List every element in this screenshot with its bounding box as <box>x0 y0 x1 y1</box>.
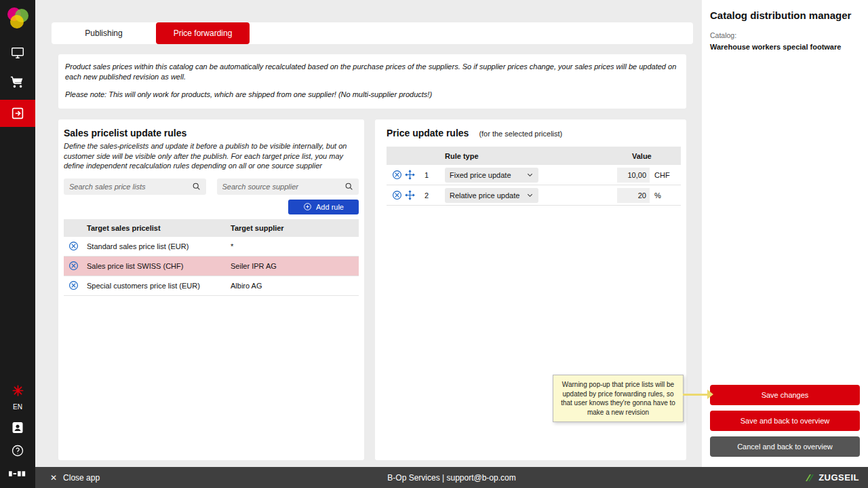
apps-icon[interactable] <box>0 462 35 485</box>
rules-panel-subtitle: (for the selected pricelist) <box>479 130 562 138</box>
tab-price-forwarding[interactable]: Price forwarding <box>156 22 250 44</box>
cart-icon[interactable] <box>0 70 35 93</box>
context-panel: Catalog distribution manager Catalog: Wa… <box>702 0 868 467</box>
rules-table: Rule type Value <box>387 147 681 206</box>
pricelist-name: Standard sales price list (EUR) <box>83 242 226 250</box>
help-icon[interactable] <box>0 439 35 462</box>
brand-name: ZUGSEIL <box>818 472 859 483</box>
app-logo[interactable] <box>5 5 31 31</box>
rules-panel-title: Price update rules <box>387 128 469 138</box>
footer: ✕ Close app B-Op Services | support@b-op… <box>35 467 868 488</box>
supplier-name: Seiler IPR AG <box>226 262 359 270</box>
search-supplier-box[interactable] <box>217 179 359 195</box>
info-box: Product sales prices within this catalog… <box>58 54 686 109</box>
brand-logo: ZUGSEIL <box>804 472 859 483</box>
header-value: Value <box>632 152 681 160</box>
chevron-down-icon <box>526 171 534 179</box>
remove-pricelist-icon[interactable] <box>68 261 79 271</box>
close-icon: ✕ <box>50 473 57 483</box>
pricelist-row[interactable]: Standard sales price list (EUR) * <box>64 237 359 257</box>
rule-type-dropdown[interactable]: Relative price update <box>445 188 538 203</box>
remove-rule-icon[interactable] <box>392 190 402 200</box>
brand-icon <box>804 473 815 483</box>
search-pricelists-input[interactable] <box>69 183 192 191</box>
pricelist-panel-description: Define the sales-pricelists and update i… <box>64 141 359 171</box>
chevron-down-icon <box>526 191 534 199</box>
supplier-name: Albiro AG <box>226 282 359 290</box>
rule-type-value: Fixed price update <box>450 171 511 179</box>
rules-table-header: Rule type Value <box>387 147 681 165</box>
remove-pricelist-icon[interactable] <box>68 241 79 251</box>
app-root: EN Publishing Price forwardi <box>0 0 868 488</box>
close-app-label: Close app <box>63 473 100 483</box>
plus-icon <box>303 202 312 211</box>
header-rule-type: Rule type <box>445 152 632 160</box>
supplier-name: * <box>226 242 359 250</box>
add-rule-button[interactable]: Add rule <box>288 200 359 214</box>
save-changes-button[interactable]: Save changes <box>710 385 860 405</box>
search-supplier-input[interactable] <box>222 183 345 191</box>
pricelist-row[interactable]: Special customers price list (EUR) Albir… <box>64 276 359 296</box>
remove-rule-icon[interactable] <box>392 170 402 180</box>
rule-row: 2 Relative price update 20 % <box>387 185 681 206</box>
pricelist-panel-title: Sales pricelist update rules <box>64 128 359 138</box>
rule-type-value: Relative price update <box>450 191 519 200</box>
rule-value-input[interactable]: 20 <box>617 188 650 203</box>
drag-handle-icon[interactable] <box>405 170 415 180</box>
rule-type-dropdown[interactable]: Fixed price update <box>445 168 538 183</box>
pricelist-name: Sales price list SWISS (CHF) <box>83 262 226 270</box>
monitor-icon[interactable] <box>0 41 35 64</box>
catalog-distribution-icon[interactable] <box>0 100 35 127</box>
pricelist-row-selected[interactable]: Sales price list SWISS (CHF) Seiler IPR … <box>64 257 359 276</box>
cancel-back-button[interactable]: Cancel and back to overview <box>710 436 860 457</box>
profile-icon[interactable] <box>0 416 35 439</box>
burst-icon[interactable] <box>0 379 35 402</box>
save-back-button[interactable]: Save and back to overview <box>710 411 860 431</box>
annotation-note: Warning pop-up that price lists will be … <box>553 375 684 422</box>
page-title: Catalog distribution manager <box>710 10 860 21</box>
catalog-name: Warehouse workers special footware <box>710 43 860 51</box>
rule-value-input[interactable]: 10,00 <box>617 168 650 183</box>
info-paragraph-2: Please note: This will only work for pro… <box>65 90 679 100</box>
search-row <box>64 179 359 195</box>
tab-publishing[interactable]: Publishing <box>52 22 156 44</box>
pricelist-table-header: Target sales pricelist Target supplier <box>64 219 359 237</box>
rule-unit: % <box>654 191 661 200</box>
tab-bar: Publishing Price forwarding <box>52 22 693 44</box>
close-app-button[interactable]: ✕ Close app <box>50 473 100 483</box>
header-target-pricelist: Target sales pricelist <box>83 224 226 232</box>
footer-services: B-Op Services | support@b-op.com <box>387 473 515 483</box>
search-icon <box>192 182 201 191</box>
sales-pricelist-panel: Sales pricelist update rules Define the … <box>58 119 364 460</box>
pricelist-name: Special customers price list (EUR) <box>83 282 226 290</box>
header-target-supplier: Target supplier <box>226 224 359 232</box>
rule-index: 1 <box>425 171 429 179</box>
search-icon <box>344 182 353 191</box>
pricelist-table: Target sales pricelist Target supplier S… <box>64 219 359 296</box>
drag-handle-icon[interactable] <box>405 190 415 200</box>
catalog-label: Catalog: <box>710 31 860 39</box>
language-label[interactable]: EN <box>13 403 22 411</box>
rule-index: 2 <box>425 191 429 200</box>
remove-pricelist-icon[interactable] <box>68 280 79 290</box>
rule-unit: CHF <box>654 171 670 179</box>
sidebar: EN <box>0 0 35 488</box>
rule-row: 1 Fixed price update 10,00 CHF <box>387 165 681 185</box>
info-paragraph-1: Product sales prices within this catalog… <box>65 62 679 82</box>
add-rule-label: Add rule <box>316 203 344 211</box>
search-pricelists-box[interactable] <box>64 179 206 195</box>
